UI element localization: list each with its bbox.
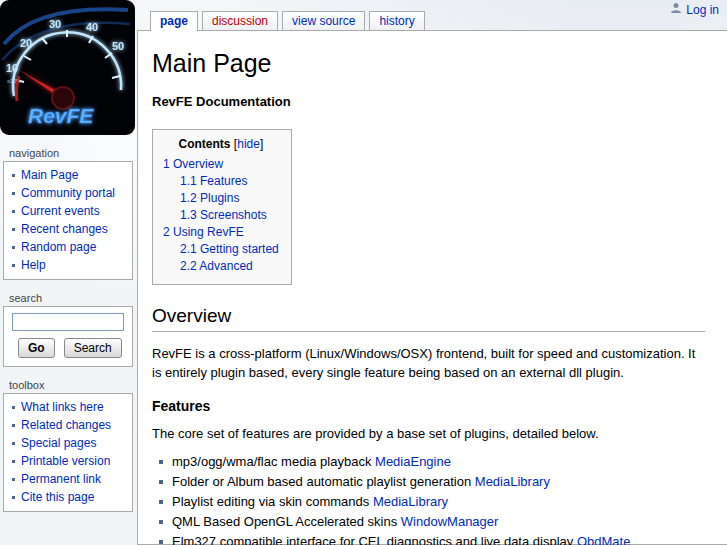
sidebar-item-main-page[interactable]: Main Page — [21, 168, 78, 182]
page-tabs: page discussion view source history — [150, 11, 425, 31]
feature-text: Playlist editing via skin commands — [172, 494, 369, 509]
toc-entry: 1.1 Features — [163, 173, 279, 190]
list-item: What links here — [4, 398, 132, 416]
toc-entry: 2.1 Getting started — [163, 241, 279, 258]
toc-entry: 2.2 Advanced — [163, 258, 279, 275]
list-item: mp3/ogg/wma/flac media playback MediaEng… — [158, 455, 705, 469]
toc-title: Contents [hide] — [163, 137, 279, 151]
toc-hide-link[interactable]: hide — [237, 137, 260, 151]
list-item: Help — [4, 256, 132, 274]
sidebar-item-recent-changes[interactable]: Recent changes — [21, 222, 108, 236]
toolbox-list: What links here Related changes Special … — [4, 398, 132, 506]
list-item: Related changes — [4, 416, 132, 434]
list-item: Permanent link — [4, 470, 132, 488]
user-icon — [670, 2, 682, 17]
tab-history[interactable]: history — [369, 11, 424, 30]
toc-link-screenshots[interactable]: 1.3 Screenshots — [180, 208, 267, 222]
search-button[interactable]: Search — [64, 338, 122, 358]
feature-text: Folder or Album based automatic playlist… — [172, 474, 471, 489]
content-area: Main Page RevFE Documentation Contents [… — [137, 30, 727, 545]
toc-toggle: [hide] — [234, 137, 263, 151]
site-logo[interactable]: 10 20 30 40 50 x100 RevFE — [0, 0, 135, 135]
search-title: search — [3, 292, 133, 306]
section-heading-overview: Overview — [152, 305, 705, 332]
toolbox-item-related-changes[interactable]: Related changes — [21, 418, 111, 432]
toc-link-advanced[interactable]: 2.2 Advanced — [180, 259, 253, 273]
page-subtitle: RevFE Documentation — [152, 94, 705, 109]
toc-entry: 2 Using RevFE — [163, 224, 279, 241]
list-item: Printable version — [4, 452, 132, 470]
brand-text: RevFE — [28, 104, 94, 127]
toolbox-title: toolbox — [3, 379, 133, 393]
search-input[interactable] — [12, 313, 124, 331]
login-link[interactable]: Log in — [686, 3, 719, 17]
sidebar-item-current-events[interactable]: Current events — [21, 204, 100, 218]
feature-link-mediaengine[interactable]: MediaEngine — [375, 454, 451, 469]
navigation-portlet: navigation Main Page Community portal Cu… — [3, 147, 133, 280]
table-of-contents: Contents [hide] 1 Overview 1.1 Features … — [152, 129, 292, 285]
feature-link-obdmate[interactable]: ObdMate — [577, 534, 630, 545]
toc-link-overview[interactable]: 1 Overview — [163, 157, 223, 171]
toc-entry: 1.2 Plugins — [163, 190, 279, 207]
sidebar: 10 20 30 40 50 x100 RevFE navigation Mai… — [0, 0, 137, 524]
list-item: Playlist editing via skin commands Media… — [158, 495, 705, 509]
gauge-number-40: 40 — [86, 21, 98, 33]
go-button[interactable]: Go — [18, 338, 55, 358]
toc-link-getting-started[interactable]: 2.1 Getting started — [180, 242, 279, 256]
features-list: mp3/ogg/wma/flac media playback MediaEng… — [158, 455, 705, 545]
gauge-number-50: 50 — [112, 40, 124, 52]
list-item: Cite this page — [4, 488, 132, 506]
gauge-number-20: 20 — [20, 37, 32, 49]
toc-link-plugins[interactable]: 1.2 Plugins — [180, 191, 239, 205]
list-item: Elm327 compatible interface for CEL diag… — [158, 535, 705, 545]
list-item: QML Based OpenGL Accelerated skins Windo… — [158, 515, 705, 529]
feature-text: QML Based OpenGL Accelerated skins — [172, 514, 397, 529]
toolbox-item-permanent-link[interactable]: Permanent link — [21, 472, 101, 486]
gauge-number-30: 30 — [49, 18, 61, 30]
toolbox-portlet: toolbox What links here Related changes … — [3, 379, 133, 512]
gauge-logo-image: 10 20 30 40 50 x100 RevFE — [0, 0, 135, 135]
toolbox-item-special-pages[interactable]: Special pages — [21, 436, 96, 450]
feature-link-windowmanager[interactable]: WindowManager — [401, 514, 499, 529]
sidebar-item-community-portal[interactable]: Community portal — [21, 186, 115, 200]
toolbox-item-what-links-here[interactable]: What links here — [21, 400, 104, 414]
tab-discussion[interactable]: discussion — [202, 11, 278, 30]
page-title: Main Page — [152, 49, 705, 78]
toc-link-features[interactable]: 1.1 Features — [180, 174, 247, 188]
feature-text: Elm327 compatible interface for CEL diag… — [172, 534, 573, 545]
overview-paragraph: RevFE is a cross-platform (Linux/Windows… — [152, 344, 705, 382]
list-item: Special pages — [4, 434, 132, 452]
sidebar-item-random-page[interactable]: Random page — [21, 240, 96, 254]
section-heading-features: Features — [152, 398, 705, 414]
toc-entry: 1.3 Screenshots — [163, 207, 279, 224]
toolbox-item-printable-version[interactable]: Printable version — [21, 454, 110, 468]
feature-text: mp3/ogg/wma/flac media playback — [172, 454, 371, 469]
toc-entry: 1 Overview — [163, 156, 279, 173]
toc-heading: Contents — [179, 137, 231, 151]
list-item: Main Page — [4, 166, 132, 184]
list-item: Folder or Album based automatic playlist… — [158, 475, 705, 489]
user-bar: Log in — [670, 2, 719, 17]
list-item: Community portal — [4, 184, 132, 202]
toc-link-using-revfe[interactable]: 2 Using RevFE — [163, 225, 244, 239]
search-portlet: search Go Search — [3, 292, 133, 367]
gauge-number-10: 10 — [6, 62, 18, 74]
list-item: Recent changes — [4, 220, 132, 238]
feature-link-medialibrary-2[interactable]: MediaLibrary — [373, 494, 448, 509]
navigation-list: Main Page Community portal Current event… — [4, 166, 132, 274]
list-item: Random page — [4, 238, 132, 256]
sidebar-item-help[interactable]: Help — [21, 258, 46, 272]
tab-view-source[interactable]: view source — [282, 11, 365, 30]
features-intro: The core set of features are provided by… — [152, 424, 705, 443]
tab-page[interactable]: page — [150, 11, 198, 31]
toolbox-item-cite-this-page[interactable]: Cite this page — [21, 490, 94, 504]
feature-link-medialibrary[interactable]: MediaLibrary — [475, 474, 550, 489]
list-item: Current events — [4, 202, 132, 220]
navigation-title: navigation — [3, 147, 133, 161]
